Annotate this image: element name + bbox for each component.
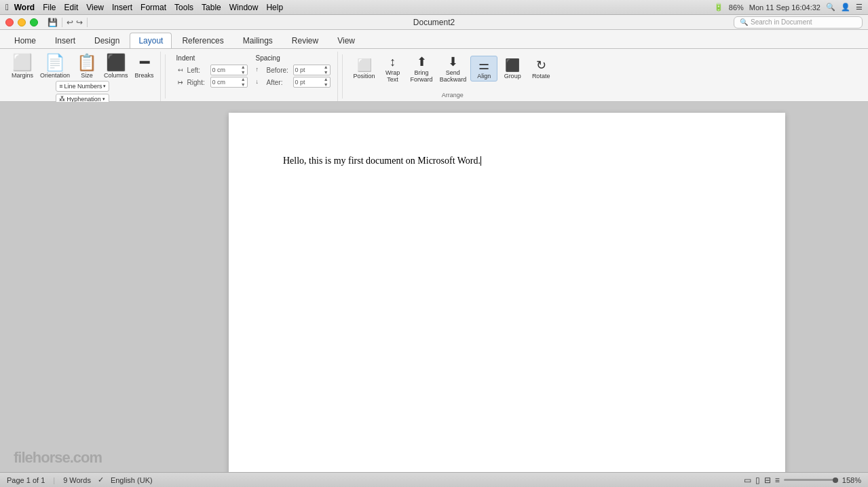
tab-mailings[interactable]: Mailings <box>234 33 282 48</box>
maximize-button[interactable] <box>30 18 38 26</box>
close-button[interactable] <box>5 18 14 26</box>
menu-format[interactable]: Format <box>140 3 166 12</box>
layout-single-icon[interactable]: ▭ <box>744 475 751 485</box>
breaks-button[interactable]: ━ Breaks <box>133 53 156 79</box>
indent-group: Indent ↤ Left: 0 cm ▲ ▼ ↦ Right: <box>176 54 248 88</box>
menu-icon[interactable]: ☰ <box>856 3 863 12</box>
save-icon[interactable]: 💾 <box>48 18 58 27</box>
undo-icon[interactable]: ↩ <box>67 18 73 27</box>
minimize-button[interactable] <box>18 18 26 26</box>
menu-help[interactable]: Help <box>266 3 283 12</box>
tab-design[interactable]: Design <box>86 33 128 48</box>
menu-edit[interactable]: Edit <box>64 3 79 12</box>
mac-statusbar-right: 🔋 86% Mon 11 Sep 16:04:32 🔍 👤 ☰ <box>714 3 863 12</box>
align-button[interactable]: ⚌ Align <box>470 56 497 82</box>
columns-label: Columns <box>104 72 128 79</box>
wrap-text-button[interactable]: ↕ Wrap Text <box>379 54 407 84</box>
indent-right-spinner[interactable]: ▲ ▼ <box>241 77 246 88</box>
rotate-button[interactable]: ↻ Rotate <box>527 56 554 81</box>
search-bar[interactable]: 🔍 Search in Document <box>734 16 863 29</box>
indent-left-value: 0 cm <box>212 67 226 73</box>
position-icon: ⬜ <box>357 58 372 73</box>
arrange-buttons: ⬜ Position ↕ Wrap Text ⬆ Bring Forward ⬇… <box>351 53 555 84</box>
spin-down2[interactable]: ▼ <box>241 82 246 88</box>
margins-button[interactable]: ⬜ Margins <box>10 53 35 79</box>
line-numbers-arrow: ▾ <box>103 84 106 89</box>
orientation-button[interactable]: 📄 Orientation <box>38 53 72 79</box>
spin-up[interactable]: ▲ <box>241 65 246 70</box>
layout-view-icon[interactable]: ⊟ <box>764 475 771 485</box>
toolbar-sep2 <box>87 18 88 27</box>
page-setup-buttons: ⬜ Margins 📄 Orientation 📋 Size ⬛ Columns… <box>10 53 156 79</box>
watermark: filehorse.com <box>14 449 102 467</box>
position-button[interactable]: ⬜ Position <box>351 56 378 81</box>
send-backward-label2: Backward <box>440 76 467 83</box>
document-canvas[interactable]: Hello, this is my first document on Micr… <box>146 102 868 487</box>
menu-window[interactable]: Window <box>229 3 259 12</box>
menu-view[interactable]: View <box>86 3 104 12</box>
spin-down3[interactable]: ▼ <box>324 70 328 75</box>
layout-double-icon[interactable]: ▯ <box>755 475 760 485</box>
spin-down4[interactable]: ▼ <box>324 82 328 88</box>
spin-up3[interactable]: ▲ <box>324 65 328 70</box>
spacing-before-icon: ↑ <box>256 66 264 74</box>
zoom-slider[interactable] <box>784 479 838 481</box>
battery-level: 86% <box>729 3 744 12</box>
notification-icon[interactable]: 👤 <box>841 3 850 12</box>
spacing-after-value: 0 pt <box>295 79 305 86</box>
line-numbers-button[interactable]: ≡ Line Numbers ▾ <box>56 81 109 92</box>
spin-down[interactable]: ▼ <box>241 70 246 75</box>
menu-insert[interactable]: Insert <box>112 3 132 12</box>
menu-word[interactable]: Word <box>14 3 35 12</box>
size-icon: 📋 <box>77 54 97 71</box>
mac-menu-bar:  Word File Edit View Insert Format Tool… <box>0 0 868 15</box>
apple-icon[interactable]:  <box>5 2 9 12</box>
bring-forward-button[interactable]: ⬆ Bring Forward <box>408 53 436 84</box>
size-button[interactable]: 📋 Size <box>75 53 99 79</box>
spacing-after-spinner[interactable]: ▲ ▼ <box>324 77 328 88</box>
tab-view[interactable]: View <box>328 33 364 48</box>
tab-review[interactable]: Review <box>283 33 327 48</box>
position-label: Position <box>354 73 375 79</box>
tab-home[interactable]: Home <box>5 33 45 48</box>
menu-tools[interactable]: Tools <box>174 3 193 12</box>
wrap-text-label: Wrap <box>385 69 400 76</box>
document-text[interactable]: Hello, this is my first document on Micr… <box>283 154 731 168</box>
orientation-icon: 📄 <box>45 54 65 71</box>
tab-layout[interactable]: Layout <box>130 33 172 48</box>
spell-check-icon[interactable]: ✓ <box>98 475 104 484</box>
spacing-after-icon: ↓ <box>256 78 264 86</box>
tab-insert[interactable]: Insert <box>46 33 84 48</box>
spacing-title: Spacing <box>256 54 331 62</box>
orientation-label: Orientation <box>40 72 70 79</box>
line-numbers-label: Line Numbers <box>64 83 102 90</box>
indent-left-input[interactable]: 0 cm ▲ ▼ <box>210 65 248 75</box>
send-backward-label: Send <box>446 69 460 76</box>
spacing-before-input[interactable]: 0 pt ▲ ▼ <box>293 65 331 75</box>
redo-icon[interactable]: ↪ <box>76 18 83 27</box>
spacing-after-label: After: <box>267 79 290 86</box>
indent-spacing-section: Indent ↤ Left: 0 cm ▲ ▼ ↦ Right: <box>174 53 333 89</box>
group-button[interactable]: ⬛ Group <box>499 56 526 81</box>
search-icon-mac[interactable]: 🔍 <box>826 3 835 12</box>
columns-button[interactable]: ⬛ Columns <box>102 53 130 79</box>
send-backward-button[interactable]: ⬇ Send Backward <box>437 53 470 84</box>
document-page[interactable]: Hello, this is my first document on Micr… <box>229 113 785 476</box>
menu-table[interactable]: Table <box>202 3 221 12</box>
indent-right-row: ↦ Right: 0 cm ▲ ▼ <box>176 77 248 88</box>
divider-1 <box>165 54 166 98</box>
spacing-before-spinner[interactable]: ▲ ▼ <box>324 65 328 75</box>
spin-up2[interactable]: ▲ <box>241 77 246 82</box>
quick-toolbar: 💾 ↩ ↪ Document2 🔍 Search in Document <box>0 15 868 30</box>
indent-title: Indent <box>176 54 248 62</box>
tab-references[interactable]: References <box>173 33 232 48</box>
menu-file[interactable]: File <box>43 3 56 12</box>
layout-outline-icon[interactable]: ≡ <box>775 475 780 485</box>
indent-right-input[interactable]: 0 cm ▲ ▼ <box>210 77 248 88</box>
indent-left-spinner[interactable]: ▲ ▼ <box>241 65 246 75</box>
bring-forward-label2: Forward <box>411 76 433 83</box>
breaks-icon: ━ <box>140 54 149 71</box>
spacing-after-input[interactable]: 0 pt ▲ ▼ <box>293 77 331 88</box>
spin-up4[interactable]: ▲ <box>324 77 328 82</box>
rotate-label: Rotate <box>532 73 550 79</box>
